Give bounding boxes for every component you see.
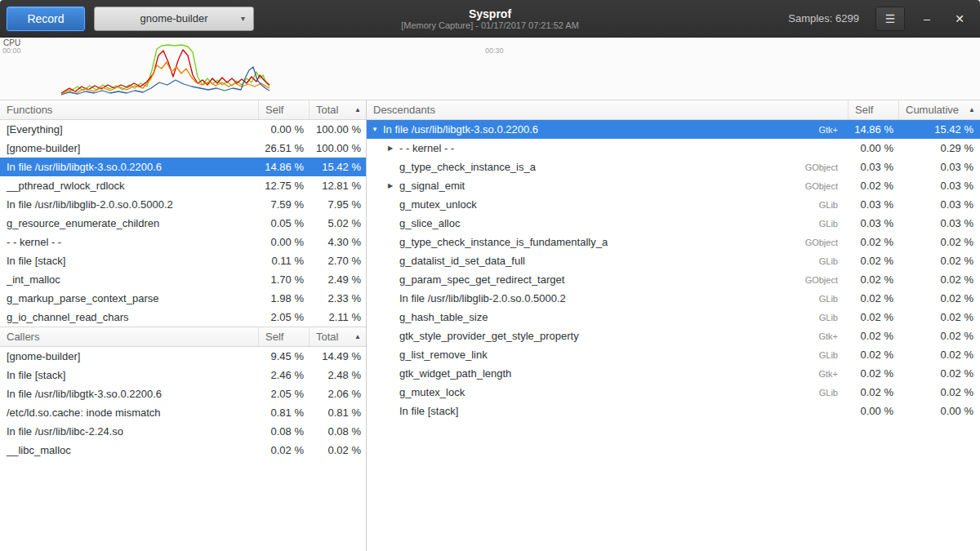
expander-closed-icon[interactable]: ▶ xyxy=(388,182,399,189)
category-label: GObject xyxy=(805,162,848,172)
caller-row[interactable]: In file /usr/lib/libgtk-3.so.0.2200.62.0… xyxy=(0,384,366,403)
name-cell: In file [stack] xyxy=(0,255,258,267)
descendant-row[interactable]: g_list_remove_linkGLib0.02 %0.02 % xyxy=(367,345,980,364)
descendant-row[interactable]: ▼In file /usr/lib/libgtk-3.so.0.2200.6Gt… xyxy=(367,120,980,139)
total-column-header[interactable]: Total ▲ xyxy=(309,100,366,119)
self-column-header[interactable]: Self xyxy=(258,100,309,119)
total-percent: 2.06 % xyxy=(309,388,366,400)
name-cell: - - kernel - - xyxy=(0,236,258,248)
category-label: Gtk+ xyxy=(818,369,848,379)
total-percent: 15.42 % xyxy=(309,161,366,173)
self-percent: 2.05 % xyxy=(258,311,309,323)
descendant-row[interactable]: g_param_spec_get_redirect_targetGObject0… xyxy=(367,270,980,289)
close-button[interactable]: ✕ xyxy=(949,7,970,31)
descendant-row[interactable]: g_mutex_lockGLib0.02 %0.02 % xyxy=(367,383,980,402)
descendants-self-column-label: Self xyxy=(855,104,873,116)
symbol-name: - - kernel - - xyxy=(7,236,61,248)
descendant-row[interactable]: g_type_check_instance_is_aGObject0.03 %0… xyxy=(367,158,980,176)
category-label: GObject xyxy=(805,275,848,285)
self-percent: 0.81 % xyxy=(258,407,309,419)
process-selector[interactable]: gnome-builder ▾ xyxy=(94,7,254,31)
descendant-row[interactable]: g_slice_allocGLib0.03 %0.03 % xyxy=(367,214,980,233)
caller-row[interactable]: [gnome-builder]9.45 %14.49 % xyxy=(0,347,366,366)
function-row[interactable]: - - kernel - -0.00 %4.30 % xyxy=(0,233,366,251)
functions-column-header[interactable]: Functions xyxy=(0,100,258,119)
descendant-row[interactable]: g_type_check_instance_is_fundamentally_a… xyxy=(367,233,980,251)
caller-row[interactable]: /etc/ld.so.cache: inode mismatch0.81 %0.… xyxy=(0,403,366,422)
self-percent: 7.59 % xyxy=(258,198,309,211)
descendant-row[interactable]: g_datalist_id_set_data_fullGLib0.02 %0.0… xyxy=(367,251,980,270)
cumulative-column-label: Cumulative xyxy=(906,104,959,116)
caller-row[interactable]: In file /usr/lib/libc-2.24.so0.08 %0.08 … xyxy=(0,422,366,441)
function-row[interactable]: In file /usr/lib/libglib-2.0.so.0.5000.2… xyxy=(0,195,366,214)
descendant-row[interactable]: ▶g_signal_emitGObject0.02 %0.03 % xyxy=(367,176,980,195)
symbol-name: [gnome-builder] xyxy=(7,142,80,154)
caller-row[interactable]: In file [stack]2.46 %2.48 % xyxy=(0,366,366,384)
category-label: GLib xyxy=(819,200,848,210)
cumulative-column-header[interactable]: Cumulative ▲ xyxy=(898,100,980,119)
name-cell: g_list_remove_linkGLib xyxy=(367,349,848,361)
main-content: Functions Self Total ▲ [Everything]0.00 … xyxy=(0,100,980,551)
window-subtitle: [Memory Capture] - 01/17/2017 07:21:52 A… xyxy=(401,20,579,30)
function-row[interactable]: In file /usr/lib/libgtk-3.so.0.2200.614.… xyxy=(0,158,366,176)
sort-indicator-icon: ▲ xyxy=(354,333,361,340)
record-button[interactable]: Record xyxy=(7,7,85,31)
name-cell: gtk_widget_path_lengthGtk+ xyxy=(367,367,848,380)
minimize-button[interactable]: – xyxy=(916,7,938,31)
function-row[interactable]: g_resource_enumerate_children0.05 %5.02 … xyxy=(0,214,366,233)
time-tick-mid: 00:30 xyxy=(485,47,504,55)
descendant-row[interactable]: In file [stack]0.00 %0.00 % xyxy=(367,402,980,420)
name-cell: In file /usr/lib/libgtk-3.so.0.2200.6 xyxy=(0,388,258,400)
samples-count: Samples: 6299 xyxy=(788,12,859,24)
function-row[interactable]: In file [stack]0.11 %2.70 % xyxy=(0,251,366,270)
symbol-name: gtk_style_provider_get_style_property xyxy=(399,330,579,342)
cumulative-percent: 0.02 % xyxy=(898,386,980,398)
descendant-row[interactable]: g_hash_table_sizeGLib0.02 %0.02 % xyxy=(367,308,980,327)
function-row[interactable]: __pthread_rwlock_rdlock12.75 %12.81 % xyxy=(0,176,366,195)
self-percent: 0.00 % xyxy=(848,142,898,154)
function-row[interactable]: g_io_channel_read_chars2.05 %2.11 % xyxy=(0,308,366,327)
callers-total-column-header[interactable]: Total ▲ xyxy=(309,327,366,346)
self-percent: 0.02 % xyxy=(258,444,309,456)
name-cell: g_slice_allocGLib xyxy=(367,217,848,229)
total-percent: 2.49 % xyxy=(309,273,366,286)
function-row[interactable]: [Everything]0.00 %100.00 % xyxy=(0,120,366,139)
self-percent: 2.46 % xyxy=(258,369,309,381)
callers-self-column-header[interactable]: Self xyxy=(258,327,309,346)
function-row[interactable]: g_markup_parse_context_parse1.98 %2.33 % xyxy=(0,289,366,308)
self-percent: 0.03 % xyxy=(848,217,898,229)
descendants-column-header[interactable]: Descendants xyxy=(367,100,848,119)
chevron-down-icon: ▾ xyxy=(241,14,245,23)
caller-row[interactable]: __libc_malloc0.02 %0.02 % xyxy=(0,441,366,460)
name-cell: gtk_style_provider_get_style_propertyGtk… xyxy=(367,330,848,342)
function-row[interactable]: [gnome-builder]26.51 %100.00 % xyxy=(0,139,366,158)
symbol-name: In file /usr/lib/libgtk-3.so.0.2200.6 xyxy=(7,161,162,173)
total-percent: 12.81 % xyxy=(309,180,366,192)
descendant-row[interactable]: In file /usr/lib/libglib-2.0.so.0.5000.2… xyxy=(367,289,980,308)
descendant-row[interactable]: gtk_style_provider_get_style_propertyGtk… xyxy=(367,327,980,345)
expander-open-icon[interactable]: ▼ xyxy=(372,126,383,133)
expander-closed-icon[interactable]: ▶ xyxy=(388,144,399,152)
descendant-row[interactable]: gtk_widget_path_lengthGtk+0.02 %0.02 % xyxy=(367,364,980,383)
menu-button[interactable]: ☰ xyxy=(875,7,905,31)
name-cell: g_type_check_instance_is_fundamentally_a… xyxy=(367,236,848,248)
name-cell: __libc_malloc xyxy=(0,444,258,456)
function-row[interactable]: _int_malloc1.70 %2.49 % xyxy=(0,270,366,289)
header-bar: Record gnome-builder ▾ Sysprof [Memory C… xyxy=(0,0,980,38)
name-cell: g_type_check_instance_is_aGObject xyxy=(367,161,848,173)
cumulative-percent: 0.02 % xyxy=(898,311,980,323)
name-cell: __pthread_rwlock_rdlock xyxy=(0,180,258,192)
cpu-graph[interactable]: CPU 00:00 00:30 xyxy=(0,38,980,100)
total-percent: 2.70 % xyxy=(309,255,366,267)
name-cell: g_datalist_id_set_data_fullGLib xyxy=(367,255,848,267)
descendant-row[interactable]: ▶- - kernel - -0.00 %0.29 % xyxy=(367,139,980,158)
descendants-self-column-header[interactable]: Self xyxy=(848,100,898,119)
symbol-name: g_type_check_instance_is_fundamentally_a xyxy=(399,236,608,248)
self-column-label: Self xyxy=(265,104,283,116)
symbol-name: - - kernel - - xyxy=(399,142,454,154)
name-cell: In file /usr/lib/libglib-2.0.so.0.5000.2 xyxy=(0,198,258,211)
symbol-name: g_slice_alloc xyxy=(399,217,460,229)
descendant-row[interactable]: g_mutex_unlockGLib0.03 %0.03 % xyxy=(367,195,980,214)
callers-column-header[interactable]: Callers xyxy=(0,327,258,346)
name-cell: g_io_channel_read_chars xyxy=(0,311,258,323)
